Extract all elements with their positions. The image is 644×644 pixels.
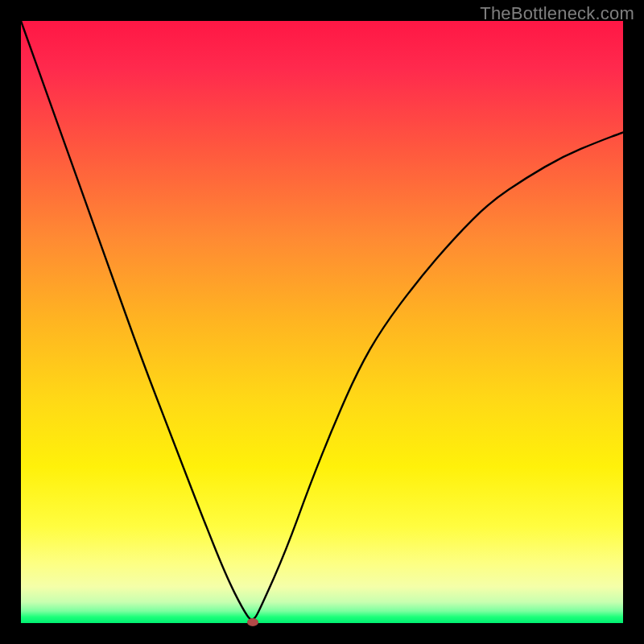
chart-frame: TheBottleneck.com [0, 0, 644, 644]
curve-path [21, 21, 623, 620]
bottleneck-curve [21, 21, 623, 623]
plot-area [21, 21, 623, 623]
watermark-text: TheBottleneck.com [480, 3, 634, 24]
optimum-marker [247, 618, 258, 626]
